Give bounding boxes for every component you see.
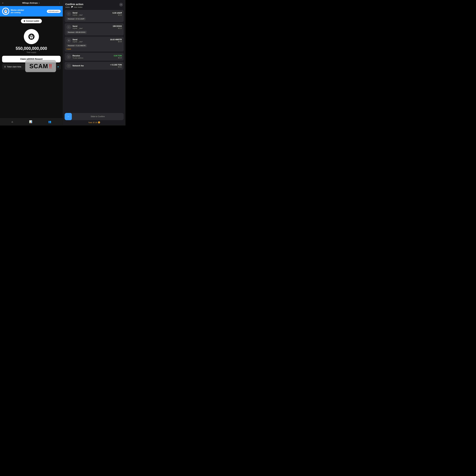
left-panel: × WDogs Airdrops ▾ ⋮	[0, 0, 63, 125]
tx-info-1: Send UQAM…_MwF	[72, 12, 111, 16]
hero-text: Meme-sticker are coming	[11, 9, 45, 14]
svg-point-10	[6, 12, 7, 13]
page-title: WDogs Airdrops	[22, 2, 38, 4]
claim-btn-label: Claim wDOGS Reward	[20, 58, 42, 60]
tx-received-tag-1: Received + 27.31 USD₮	[67, 17, 86, 20]
main-area: Connect wallet SCAM ‼ W W	[0, 17, 63, 118]
connect-wallet-button[interactable]: Connect wallet	[21, 19, 42, 23]
svg-point-21	[30, 37, 31, 39]
transaction-item-2: ↑ Send UQAM…_MwF 199 DOGS $0.13 Received…	[65, 23, 124, 35]
tx-amount-4: 0.04 TON	[114, 55, 122, 57]
tx-amount-5: ≈ 0.1182 TON	[110, 64, 122, 66]
tx-address-4: To your address	[72, 57, 112, 59]
hero-title-line1: Meme-sticker	[11, 9, 45, 12]
scam-overlay: SCAM ‼	[25, 60, 56, 72]
warn-icon-3: ℹ	[67, 38, 71, 43]
right-panel: Confirm action Wallet: 🏳️ Main Wallet × …	[63, 0, 125, 125]
wallet-address-text: UQDuâ€¦uopB	[48, 10, 58, 12]
wallet-label: Wallet:	[65, 6, 70, 8]
total-row: Total: $7.35 i	[65, 121, 124, 123]
top-bar-center: WDogs Airdrops ▾	[22, 2, 39, 4]
confirm-header: Confirm action Wallet: 🏳️ Main Wallet ×	[63, 0, 125, 10]
tx-row-4: ↓ Receive To your address 0.04 TON $0.24	[67, 54, 122, 59]
dog-logo: W W	[24, 29, 39, 44]
tx-amount-1: 6.35 USD₮	[113, 12, 122, 14]
svg-point-9	[4, 12, 6, 13]
hints-icon: ☰	[4, 66, 6, 68]
tx-received-tag-2: Received + 855.88 DOGS	[67, 31, 87, 34]
confirm-title: Confirm action	[65, 3, 83, 6]
tx-usd-3: $0.08	[110, 41, 122, 43]
total-label: Total: $7.35	[88, 121, 97, 123]
arrow-right-icon: →	[67, 115, 69, 118]
tx-usd-1: $6.35	[113, 14, 122, 16]
svg-rect-4	[4, 10, 5, 11]
info-icon[interactable]: i	[98, 121, 100, 123]
wallet-address-pill[interactable]: UQDuâ€¦uopB ▾	[47, 10, 61, 13]
receive-down-icon: ↓	[67, 54, 71, 59]
wallet-chevron-icon: ▾	[58, 10, 59, 12]
hints-label: Token claim hints	[7, 66, 21, 68]
confirm-title-block: Confirm action Wallet: 🏳️ Main Wallet	[65, 3, 83, 8]
svg-rect-5	[6, 10, 7, 11]
fee-icon: ▽	[67, 64, 71, 68]
svg-point-14	[30, 35, 33, 38]
tx-row-3: ℹ Send UQAM…_MwF 16.63 HMSTR $0.08	[67, 38, 122, 43]
tx-usd-5: $0.62	[110, 66, 122, 68]
close-button[interactable]: ×	[119, 3, 123, 6]
svg-rect-17	[31, 36, 32, 36]
chart-icon[interactable]: 📊	[28, 119, 33, 124]
tx-type-5: Network fee	[72, 65, 109, 67]
tx-failed-label-3: Failed	[67, 48, 122, 50]
tx-amount-block-5: ≈ 0.1182 TON $0.62	[110, 64, 122, 68]
tx-usd-4: $0.24	[114, 57, 122, 59]
tx-info-3: Send UQAM…_MwF	[72, 38, 109, 43]
tx-usd-2: $0.13	[113, 27, 122, 29]
tx-amount-block-2: 199 DOGS $0.13	[113, 25, 122, 29]
svg-point-8	[5, 12, 6, 12]
tx-type-4: Receive	[72, 55, 112, 57]
slide-arrow-button[interactable]: →	[65, 113, 72, 120]
tx-type-3: Send	[72, 38, 109, 41]
home-icon[interactable]: ⌂	[11, 119, 14, 124]
tx-amount-block-1: 6.35 USD₮ $6.35	[113, 12, 122, 16]
slide-confirm-bar[interactable]: → Slide to Confirm	[65, 113, 124, 120]
tx-info-4: Receive To your address	[72, 55, 112, 59]
top-bar: × WDogs Airdrops ▾ ⋮	[0, 0, 63, 6]
tx-address-1: UQAM…_MwF	[72, 14, 111, 16]
wallet-icon	[24, 20, 25, 22]
supply-label: Total supply	[27, 51, 36, 53]
tx-row-1: ↑ Send UQAM…_MwF 6.35 USD₮ $6.35	[67, 12, 122, 16]
tx-row-5: ▽ Network fee ≈ 0.1182 TON $0.62	[67, 64, 122, 68]
chevron-down-icon[interactable]: ▾	[39, 2, 39, 4]
tx-amount-block-4: 0.04 TON $0.24	[114, 55, 122, 59]
send-up-icon: ↑	[67, 12, 71, 16]
transaction-item-3: ℹ Send UQAM…_MwF 16.63 HMSTR $0.08 Recei…	[65, 37, 124, 51]
tx-type-2: Send	[72, 25, 111, 27]
people-icon[interactable]: 👥	[47, 119, 52, 124]
menu-icon[interactable]: ⋮	[58, 2, 61, 4]
tx-row-2: ↑ Send UQAM…_MwF 199 DOGS $0.13	[67, 25, 122, 30]
confirm-footer: → Slide to Confirm Total: $7.35 i	[63, 111, 125, 125]
scam-text: SCAM	[29, 63, 48, 70]
hero-section: Meme-sticker are coming UQDuâ€¦uopB ▾	[0, 6, 63, 17]
scam-exclaim: ‼	[49, 63, 52, 70]
send-up-icon-2: ↑	[67, 25, 71, 30]
avatar	[2, 8, 9, 15]
tx-amount-3: 16.63 HMSTR	[110, 39, 122, 41]
svg-rect-6	[5, 11, 6, 11]
svg-point-20	[31, 37, 32, 37]
close-icon[interactable]: ×	[2, 2, 3, 4]
confirm-subtitle: Wallet: 🏳️ Main Wallet	[65, 6, 83, 8]
tx-address-2: UQAM…_MwF	[72, 28, 111, 29]
tx-amount-block-3: 16.63 HMSTR $0.08	[110, 39, 122, 43]
hero-title-line2: are coming	[11, 12, 45, 14]
transaction-item-1: ↑ Send UQAM…_MwF 6.35 USD₮ $6.35 Receive…	[65, 10, 124, 22]
svg-point-22	[32, 37, 33, 39]
bottom-nav: ⌂ 📊 👥	[0, 118, 63, 125]
transaction-item-4: ↓ Receive To your address 0.04 TON $0.24	[65, 53, 124, 61]
tx-type-1: Send	[72, 12, 111, 14]
tx-info-2: Send UQAM…_MwF	[72, 25, 111, 29]
tx-info-5: Network fee	[72, 65, 109, 67]
supply-number: 550,000,000,000	[16, 46, 47, 51]
